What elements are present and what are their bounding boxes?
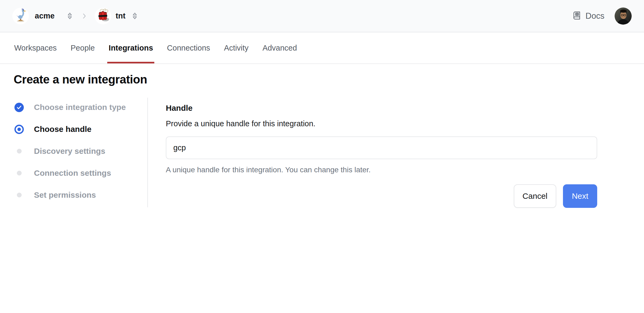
step-label: Choose handle bbox=[34, 125, 91, 134]
step-active-radio-icon bbox=[14, 125, 24, 134]
top-header: acme bbox=[0, 0, 644, 32]
step-upcoming-dot-icon bbox=[14, 169, 24, 178]
breadcrumb: acme bbox=[12, 8, 138, 24]
step-set-permissions[interactable]: Set permissions bbox=[14, 189, 126, 201]
handle-field-label: Handle bbox=[166, 103, 597, 113]
org-switcher-icon[interactable] bbox=[67, 12, 73, 20]
step-connection-settings[interactable]: Connection settings bbox=[14, 167, 126, 180]
dynamite-icon bbox=[95, 8, 111, 24]
handle-form: Handle Provide a unique handle for this … bbox=[166, 103, 597, 208]
handle-input[interactable] bbox=[166, 136, 597, 159]
step-upcoming-dot-icon bbox=[14, 147, 24, 156]
breadcrumb-org-name[interactable]: acme bbox=[35, 12, 55, 20]
step-complete-check-icon bbox=[14, 103, 24, 112]
step-label: Discovery settings bbox=[34, 147, 105, 156]
handle-helper-text: A unique handle for this integration. Yo… bbox=[166, 165, 597, 174]
project-avatar[interactable] bbox=[95, 8, 111, 24]
tab-advanced[interactable]: Advanced bbox=[261, 32, 298, 63]
step-label: Choose integration type bbox=[34, 103, 126, 112]
breadcrumb-project-name[interactable]: tnt bbox=[116, 12, 125, 20]
cancel-button[interactable]: Cancel bbox=[514, 184, 556, 208]
tab-workspaces[interactable]: Workspaces bbox=[13, 32, 58, 63]
breadcrumb-separator-icon bbox=[82, 13, 87, 20]
settings-tabbar: Workspaces People Integrations Connectio… bbox=[0, 32, 644, 64]
tab-connections[interactable]: Connections bbox=[166, 32, 211, 63]
step-upcoming-dot-icon bbox=[14, 190, 24, 200]
step-choose-integration-type[interactable]: Choose integration type bbox=[14, 101, 126, 114]
org-avatar[interactable] bbox=[12, 8, 29, 24]
tab-people[interactable]: People bbox=[69, 32, 96, 63]
handle-field-description: Provide a unique handle for this integra… bbox=[166, 119, 597, 129]
roadrunner-icon bbox=[13, 8, 28, 24]
next-button[interactable]: Next bbox=[563, 184, 597, 208]
tab-integrations[interactable]: Integrations bbox=[107, 32, 154, 63]
step-label: Set permissions bbox=[34, 190, 96, 200]
user-avatar[interactable] bbox=[615, 7, 632, 25]
docs-label: Docs bbox=[585, 11, 604, 21]
project-switcher-icon[interactable] bbox=[132, 12, 138, 20]
step-choose-handle[interactable]: Choose handle bbox=[14, 123, 126, 136]
docs-link[interactable]: Docs bbox=[572, 11, 604, 21]
step-label: Connection settings bbox=[34, 169, 111, 178]
wizard-stepper: Choose integration type Choose handle Di… bbox=[14, 101, 126, 201]
step-discovery-settings[interactable]: Discovery settings bbox=[14, 145, 126, 158]
tab-activity[interactable]: Activity bbox=[223, 32, 250, 63]
book-icon bbox=[572, 11, 581, 21]
form-actions: Cancel Next bbox=[166, 184, 597, 208]
page-title: Create a new integration bbox=[14, 73, 147, 86]
stepper-divider bbox=[147, 98, 148, 207]
